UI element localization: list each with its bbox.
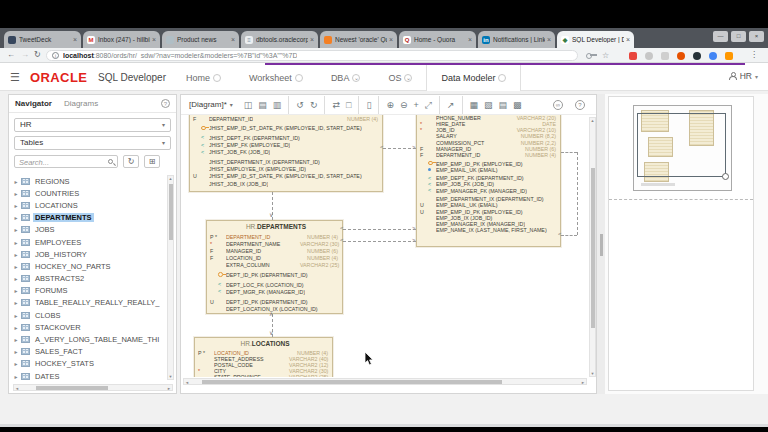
- sidebar-tab[interactable]: Navigator: [15, 99, 52, 108]
- redo-icon[interactable]: ↻: [310, 96, 318, 114]
- minimize-button[interactable]: —: [713, 31, 728, 42]
- back-icon[interactable]: ←: [7, 50, 15, 59]
- expand-caret-icon[interactable]: ▸: [11, 275, 21, 282]
- table-tree-item[interactable]: ▸ HOCKEY_NO_PARTS: [11, 260, 167, 272]
- table-tree-item[interactable]: ▸ DEPARTMENTS: [11, 212, 167, 224]
- diagram-minimap[interactable]: [633, 105, 732, 191]
- table-tree-item[interactable]: ▸ A_VERY_LONG_TABLE_NAME_THI: [11, 333, 167, 345]
- table-full-icon[interactable]: ▩: [513, 96, 522, 114]
- table-tree-item[interactable]: ▸ ABSTRACTS2: [11, 273, 167, 285]
- scroll-right-icon[interactable]: ►: [167, 386, 171, 391]
- relationship-departments-employees-1[interactable]: [343, 229, 416, 230]
- extension-red-icon[interactable]: [629, 52, 637, 60]
- hamburger-menu-icon[interactable]: ☰: [10, 71, 20, 84]
- sidebar-horizontal-scrollbar[interactable]: ◄ ►: [13, 384, 173, 391]
- table-tree-item[interactable]: ▸ JOB_HISTORY: [11, 248, 167, 260]
- extension-blue-icon[interactable]: [709, 52, 717, 60]
- search-input[interactable]: Search...: [14, 155, 118, 168]
- reload-icon[interactable]: ↻: [34, 50, 41, 59]
- expand-caret-icon[interactable]: ▸: [11, 190, 21, 197]
- pointer-icon[interactable]: ↗: [439, 96, 455, 114]
- entity-job-history[interactable]: F DEPARTMENT_ID NUMBER (4) JHIST_EMP_ID_: [189, 115, 383, 192]
- table-tree-item[interactable]: ▸ EMPLOYEES: [11, 236, 167, 248]
- expand-caret-icon[interactable]: ▸: [11, 299, 21, 306]
- zoom-out-icon[interactable]: ⊖: [400, 96, 408, 114]
- browser-tab[interactable]: TweetDeck ×: [4, 31, 81, 48]
- expand-caret-icon[interactable]: ▸: [11, 214, 21, 221]
- find-icon[interactable]: ∞: [553, 100, 563, 110]
- print-icon[interactable]: ▤: [258, 96, 267, 114]
- add-object-button[interactable]: ⊞: [144, 155, 160, 168]
- diagram-horizontal-scrollbar[interactable]: ◄ ►: [183, 378, 587, 385]
- report-icon[interactable]: ▥: [273, 96, 282, 114]
- panel-splitter[interactable]: [597, 94, 605, 394]
- entity-departments[interactable]: HR.DEPARTMENTS P * DEPARTMENT_ID NUMBER …: [206, 220, 343, 314]
- app-tab[interactable]: DBA ⌄: [317, 65, 375, 91]
- entity-employees[interactable]: PHONE_NUMBER VARCHAR2 (20) * HIRE_DATE D…: [416, 115, 561, 247]
- app-tab[interactable]: Worksheet: [235, 65, 317, 91]
- scroll-right-icon[interactable]: ►: [581, 380, 585, 385]
- diagram-vertical-scrollbar[interactable]: ▲ ▼: [589, 117, 596, 377]
- page-info-icon[interactable]: i: [52, 52, 59, 59]
- diagram-canvas[interactable]: F DEPARTMENT_ID NUMBER (4) JHIST_EMP_ID_: [181, 115, 588, 377]
- minimap-viewport[interactable]: [637, 113, 726, 177]
- forward-icon[interactable]: →: [21, 50, 29, 59]
- pan-icon[interactable]: +: [413, 96, 418, 114]
- table-tree-item[interactable]: ▸ FORUMS: [11, 285, 167, 297]
- diagram-name[interactable]: [Diagram]*: [189, 100, 227, 109]
- tab-close-icon[interactable]: ×: [626, 36, 630, 43]
- new-diagram-icon[interactable]: □: [346, 96, 351, 114]
- tab-close-icon[interactable]: ×: [152, 36, 156, 43]
- object-type-select[interactable]: Tables ▾: [14, 136, 171, 150]
- entity-locations[interactable]: HR.LOCATIONS P * LOCATION_ID NUMBER (4): [194, 337, 333, 377]
- expand-caret-icon[interactable]: ▸: [11, 202, 21, 209]
- refresh-button[interactable]: ↻: [123, 155, 139, 168]
- scroll-left-icon[interactable]: ◄: [185, 380, 189, 385]
- scroll-left-icon[interactable]: ◄: [15, 386, 19, 391]
- table-tree-item[interactable]: ▸ LOCATIONS: [11, 199, 167, 211]
- sidebar-tab[interactable]: Diagrams: [64, 99, 98, 108]
- table-tree-item[interactable]: ▸ REGIONS: [11, 175, 167, 187]
- tab-close-icon[interactable]: ×: [468, 36, 472, 43]
- splitter-grip[interactable]: [600, 234, 603, 256]
- expand-caret-icon[interactable]: ▸: [11, 226, 21, 233]
- expand-caret-icon[interactable]: ▸: [11, 239, 21, 246]
- app-tab[interactable]: Data Modeler: [426, 65, 521, 91]
- expand-caret-icon[interactable]: ▸: [11, 312, 21, 319]
- relationship-departments-employees-2[interactable]: [343, 241, 416, 242]
- browser-tab[interactable]: ◆ SQL Developer | Dat ×: [557, 31, 634, 48]
- relationship-employees-self-top[interactable]: [561, 152, 577, 153]
- browser-tab[interactable]: M Inbox (247) - hillbilly ×: [83, 31, 160, 48]
- close-button[interactable]: ×: [749, 31, 764, 42]
- tab-close-icon[interactable]: ×: [310, 36, 314, 43]
- expand-caret-icon[interactable]: ▸: [11, 336, 21, 343]
- expand-caret-icon[interactable]: ▸: [11, 324, 21, 331]
- expand-caret-icon[interactable]: ▸: [11, 348, 21, 355]
- key-icon[interactable]: [590, 54, 597, 56]
- scroll-down-icon[interactable]: ▼: [590, 371, 595, 376]
- maximize-button[interactable]: □: [731, 31, 746, 42]
- zoom-in-icon[interactable]: ⊕: [378, 96, 394, 114]
- table-tree-item[interactable]: ▸ HOCKEY_STATS: [11, 358, 167, 370]
- browser-tab[interactable]: Product news ×: [162, 31, 239, 48]
- undo-icon[interactable]: ↺: [288, 96, 304, 114]
- extension-dark-icon[interactable]: [693, 52, 701, 60]
- delete-icon[interactable]: ▯: [358, 96, 371, 114]
- tab-close-icon[interactable]: ×: [389, 36, 393, 43]
- tab-close-icon[interactable]: ×: [73, 36, 77, 43]
- app-tab[interactable]: Home: [172, 65, 235, 91]
- scroll-up-icon[interactable]: ▲: [590, 118, 595, 123]
- user-menu[interactable]: HR ▾: [729, 71, 758, 81]
- chevron-down-icon[interactable]: ▾: [230, 101, 233, 108]
- schema-select[interactable]: HR ▾: [14, 118, 171, 132]
- expand-caret-icon[interactable]: ▸: [11, 251, 21, 258]
- relationship-employees-self-side[interactable]: [577, 152, 578, 235]
- expand-caret-icon[interactable]: ▸: [11, 263, 21, 270]
- add-relation-icon[interactable]: ⇄: [324, 96, 340, 114]
- relationship-employees-self-bottom[interactable]: [561, 235, 577, 236]
- tab-close-icon[interactable]: ×: [231, 36, 235, 43]
- tab-close-icon[interactable]: ×: [547, 36, 551, 43]
- table-compact-icon[interactable]: ▦: [462, 96, 479, 114]
- browser-tab[interactable]: Q Home - Quora ×: [399, 31, 476, 48]
- browser-tab[interactable]: ≡ dbtools.oraclecorp.c ×: [241, 31, 318, 48]
